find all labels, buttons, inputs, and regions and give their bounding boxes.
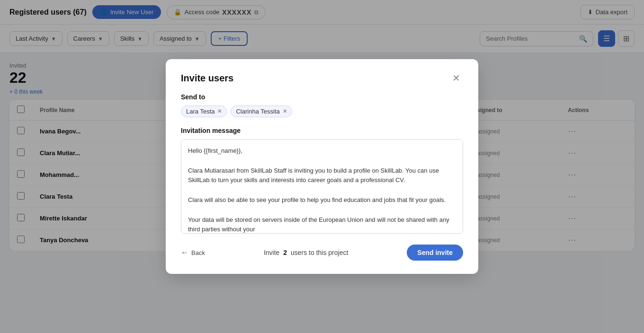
recipient-chip: Lara Testa ✕ (181, 105, 227, 117)
invite-suffix: users to this project (291, 249, 348, 251)
modal-title: Invite users (181, 73, 233, 84)
recipient-name: Clarinha Tessita (236, 108, 279, 115)
recipients-row: Lara Testa ✕Clarinha Tessita ✕ (181, 105, 463, 117)
recipient-chip: Clarinha Tessita ✕ (231, 105, 292, 117)
send-to-label: Send to (181, 93, 463, 101)
recipient-name: Lara Testa (186, 108, 215, 115)
invite-count-area: Invite 2 users to this project (264, 249, 348, 251)
invite-prefix: Invite (264, 249, 279, 251)
back-arrow-icon: ← (181, 248, 188, 251)
modal-header: Invite users ✕ (181, 72, 463, 84)
modal-overlay[interactable]: Invite users ✕ Send to Lara Testa ✕Clari… (0, 0, 644, 251)
back-button[interactable]: ← Back (181, 248, 205, 251)
modal-footer: ← Back Invite 2 users to this project Se… (181, 245, 463, 251)
chip-remove-button[interactable]: ✕ (283, 108, 287, 114)
chip-remove-button[interactable]: ✕ (217, 108, 222, 114)
invitation-message-label: Invitation message (181, 127, 463, 134)
invitation-message-textarea[interactable] (181, 139, 463, 234)
invite-users-modal: Invite users ✕ Send to Lara Testa ✕Clari… (166, 59, 478, 251)
invite-count: 2 (283, 249, 287, 251)
modal-close-button[interactable]: ✕ (449, 72, 463, 84)
send-invite-button[interactable]: Send invite (407, 245, 463, 251)
